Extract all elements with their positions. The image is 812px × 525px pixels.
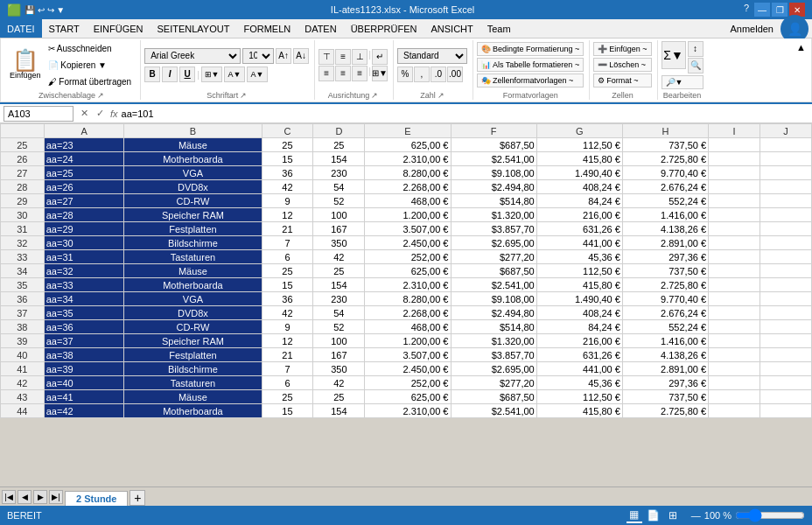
align-center-button[interactable]: ≡ xyxy=(335,66,351,81)
cell-27-B[interactable]: VGA xyxy=(124,166,262,180)
cell-38-H[interactable]: 552,24 € xyxy=(622,320,708,334)
col-header-e[interactable]: E xyxy=(365,124,451,138)
menu-item-seitenlayout[interactable]: SEITENLAYOUT xyxy=(150,19,236,38)
cell-29-I[interactable] xyxy=(709,194,760,208)
align-right-button[interactable]: ≡ xyxy=(352,66,368,81)
cell-42-F[interactable]: $277,20 xyxy=(451,376,536,390)
align-left-button[interactable]: ≡ xyxy=(318,66,334,81)
col-header-j[interactable]: J xyxy=(760,124,811,138)
cell-34-F[interactable]: $687,50 xyxy=(451,264,536,278)
bold-button[interactable]: B xyxy=(144,66,160,82)
row-number-36[interactable]: 36 xyxy=(1,292,45,306)
cell-36-C[interactable]: 36 xyxy=(262,292,313,306)
row-number-34[interactable]: 34 xyxy=(1,264,45,278)
number-format-select[interactable]: Standard xyxy=(397,48,467,64)
cell-39-B[interactable]: Speicher RAM xyxy=(124,334,262,348)
cell-32-G[interactable]: 441,00 € xyxy=(536,236,622,250)
increase-decimal-button[interactable]: .0 xyxy=(430,66,446,82)
cell-38-C[interactable]: 9 xyxy=(262,320,313,334)
cell-31-E[interactable]: 3.507,00 € xyxy=(365,222,451,236)
name-box[interactable] xyxy=(4,106,74,122)
cell-26-J[interactable] xyxy=(760,152,811,166)
cell-33-B[interactable]: Tastaturen xyxy=(124,250,262,264)
cell-40-G[interactable]: 631,26 € xyxy=(536,348,622,362)
cell-42-E[interactable]: 252,00 € xyxy=(365,376,451,390)
cell-43-I[interactable] xyxy=(709,390,760,404)
cell-36-I[interactable] xyxy=(709,292,760,306)
cell-35-D[interactable]: 154 xyxy=(313,278,365,292)
cell-33-J[interactable] xyxy=(760,250,811,264)
cell-35-I[interactable] xyxy=(709,278,760,292)
col-header-c[interactable]: C xyxy=(262,124,313,138)
cell-32-I[interactable] xyxy=(709,236,760,250)
font-color-button[interactable]: A▼ xyxy=(247,66,268,82)
cell-41-C[interactable]: 7 xyxy=(262,362,313,376)
cell-26-E[interactable]: 2.310,00 € xyxy=(365,152,451,166)
cell-37-E[interactable]: 2.268,00 € xyxy=(365,306,451,320)
last-sheet-button[interactable]: ▶| xyxy=(49,490,63,504)
align-bottom-button[interactable]: ⊥ xyxy=(352,49,368,65)
menu-item-start[interactable]: START xyxy=(42,19,87,38)
cell-31-I[interactable] xyxy=(709,222,760,236)
cell-44-C[interactable]: 15 xyxy=(262,404,313,418)
align-top-button[interactable]: ⊤ xyxy=(318,49,334,65)
page-break-view-button[interactable]: ⊞ xyxy=(665,508,681,523)
cell-42-A[interactable]: aa=40 xyxy=(44,376,124,390)
format-cells-button[interactable]: ⚙ Format ~ xyxy=(593,74,651,88)
cell-35-C[interactable]: 15 xyxy=(262,278,313,292)
cell-37-D[interactable]: 54 xyxy=(313,306,365,320)
cell-27-F[interactable]: $9.108,00 xyxy=(451,166,536,180)
menu-item-einfuegen[interactable]: EINFÜGEN xyxy=(87,19,150,38)
menu-item-ansicht[interactable]: ANSICHT xyxy=(424,19,480,38)
cell-41-F[interactable]: $2.695,00 xyxy=(451,362,536,376)
row-number-37[interactable]: 37 xyxy=(1,306,45,320)
menu-item-ueberprufen[interactable]: ÜBERPRÜFEN xyxy=(344,19,424,38)
cell-styles-button[interactable]: 🎭 Zellenformatvorlagen ~ xyxy=(477,74,584,88)
cell-39-H[interactable]: 1.416,00 € xyxy=(622,334,708,348)
cell-34-B[interactable]: Mäuse xyxy=(124,264,262,278)
menu-item-daten[interactable]: DATEN xyxy=(298,19,343,38)
underline-button[interactable]: U xyxy=(179,66,195,82)
cell-25-E[interactable]: 625,00 € xyxy=(365,138,451,152)
cell-25-J[interactable] xyxy=(760,138,811,152)
cell-37-G[interactable]: 408,24 € xyxy=(536,306,622,320)
cell-37-A[interactable]: aa=35 xyxy=(44,306,124,320)
cell-36-E[interactable]: 8.280,00 € xyxy=(365,292,451,306)
cell-44-D[interactable]: 154 xyxy=(313,404,365,418)
cell-25-A[interactable]: aa=23 xyxy=(44,138,124,152)
cell-31-A[interactable]: aa=29 xyxy=(44,222,124,236)
cell-38-E[interactable]: 468,00 € xyxy=(365,320,451,334)
copy-button[interactable]: 📄 Kopieren ▼ xyxy=(45,57,136,73)
cell-41-H[interactable]: 2.891,00 € xyxy=(622,362,708,376)
row-number-28[interactable]: 28 xyxy=(1,180,45,194)
cell-43-C[interactable]: 25 xyxy=(262,390,313,404)
cell-36-G[interactable]: 1.490,40 € xyxy=(536,292,622,306)
cell-39-C[interactable]: 12 xyxy=(262,334,313,348)
cell-38-I[interactable] xyxy=(709,320,760,334)
cell-38-A[interactable]: aa=36 xyxy=(44,320,124,334)
page-layout-view-button[interactable]: 📄 xyxy=(646,508,662,523)
cell-44-B[interactable]: Motherboarda xyxy=(124,404,262,418)
cell-44-G[interactable]: 415,80 € xyxy=(536,404,622,418)
row-number-38[interactable]: 38 xyxy=(1,320,45,334)
cell-41-J[interactable] xyxy=(760,362,811,376)
format-as-table-button[interactable]: 📊 Als Tabelle formatieren ~ xyxy=(477,58,584,72)
cell-43-D[interactable]: 25 xyxy=(313,390,365,404)
cell-30-C[interactable]: 12 xyxy=(262,208,313,222)
format-painter-button[interactable]: 🖌 Format übertragen xyxy=(45,74,136,89)
cell-26-A[interactable]: aa=24 xyxy=(44,152,124,166)
zoom-slider[interactable] xyxy=(735,508,805,522)
cell-44-J[interactable] xyxy=(760,404,811,418)
col-header-h[interactable]: H xyxy=(622,124,708,138)
cell-28-A[interactable]: aa=26 xyxy=(44,180,124,194)
cell-44-I[interactable] xyxy=(709,404,760,418)
paste-button[interactable]: 📋 Einfügen xyxy=(8,48,43,81)
cell-36-A[interactable]: aa=34 xyxy=(44,292,124,306)
help-icon[interactable]: ? xyxy=(740,3,752,17)
cell-32-H[interactable]: 2.891,00 € xyxy=(622,236,708,250)
cell-35-G[interactable]: 415,80 € xyxy=(536,278,622,292)
cell-30-G[interactable]: 216,00 € xyxy=(536,208,622,222)
cell-34-D[interactable]: 25 xyxy=(313,264,365,278)
cell-35-F[interactable]: $2.541,00 xyxy=(451,278,536,292)
border-button[interactable]: ⊞▼ xyxy=(201,66,222,82)
